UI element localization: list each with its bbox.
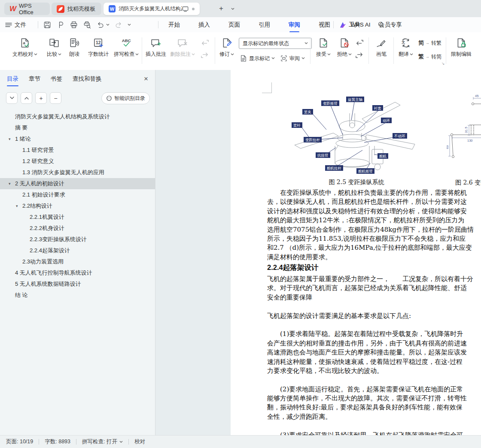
document-text-line: 速消耗这种能量，使振动快速衰减，使着陆过程平稳过度，在这-过程 (267, 357, 481, 366)
tab-list-chevron[interactable] (231, 8, 234, 10)
toc-item[interactable]: 1.3 消防灭火多旋翼无人机的应用 (0, 167, 155, 178)
toc-item[interactable]: 结 论 (0, 290, 155, 301)
toc-item[interactable]: 4 无人机飞行控制导航系统设计 (0, 267, 155, 278)
toc-item-label: 2.2.4起落架设计 (30, 247, 70, 254)
to-traditional-button[interactable]: 简→ 转繁 (418, 39, 441, 47)
accept-button[interactable]: 接受 (314, 37, 333, 58)
toc-item[interactable]: 5 无人机系统数据链路设计 (0, 278, 155, 290)
toc-item[interactable]: 摘 要 (0, 122, 155, 133)
delete-comment-button[interactable]: 删除批注 (168, 37, 197, 58)
toc-item[interactable]: ▾2.2结构设计 (0, 200, 155, 212)
toc-item[interactable]: 1.2 研究意义 (0, 156, 155, 167)
toc-collapse-arrow-icon[interactable]: ▾ (16, 204, 22, 208)
menu-审阅[interactable]: 审阅 (289, 21, 300, 29)
reject-icon (339, 37, 350, 48)
paragraph-block-2[interactable]: 飞机的起落架属于最重要的受力部件之一， 工况复杂，所以有着十分求。对于现代的飞机… (267, 275, 481, 436)
brush-button[interactable]: 画笔 (372, 37, 391, 58)
word-count-button[interactable]: 12 字数统计 (85, 37, 112, 58)
tab-docer[interactable]: 找稻壳模板 (52, 3, 101, 15)
document-text-line: 力要求变化平稳，不出现比较大的波动。 (267, 366, 481, 375)
toc-item[interactable]: 1.1 研究背景 (0, 145, 155, 156)
figure-part-label: 变距摇臂 (321, 100, 339, 106)
menu-引用[interactable]: 引用 (259, 21, 270, 29)
document-text-line: 设计的选材和强度以及失稳特性进行有效合理的分析，使得结构能够安 (267, 207, 481, 216)
menu-视图[interactable]: 视图 (319, 21, 330, 29)
page-indicator[interactable]: 页面: 10/19 (6, 438, 33, 445)
markup-state-select[interactable]: 显示标记的最终状态 (239, 38, 312, 49)
doc-permission-button[interactable]: 文 (476, 37, 481, 58)
toc-collapse-up-button[interactable] (21, 92, 32, 104)
toc-zoom-in-button[interactable]: + (35, 92, 47, 104)
toc-item[interactable]: 2.2.4起落架设计 (0, 245, 155, 256)
undo-icon (96, 21, 105, 29)
previous-comment-icon[interactable] (200, 39, 210, 47)
document-text-line: 会产生很大的相对垂直的撞击作用，另外，由于飞机具有很高的前进速 (267, 339, 481, 348)
print-icon[interactable] (70, 21, 78, 29)
track-changes-button[interactable]: 修订 (217, 37, 236, 58)
toc-item[interactable]: 2.3动力装置选用 (0, 256, 155, 267)
markup-state-value: 显示标记的最终状态 (243, 40, 289, 47)
toc-item[interactable]: 消防灭火多旋翼无人机结构及系统设计 (0, 111, 155, 122)
smart-toc-label: 智能识别目录 (114, 95, 145, 102)
tab-wps-home[interactable]: W WPS Office (4, 3, 50, 15)
wps-ai-button[interactable]: WPS AI (350, 21, 371, 28)
toc-item[interactable]: ▾1 绪论 (0, 133, 155, 145)
toc-item[interactable]: 2.1 初始设计要求 (0, 189, 155, 200)
menu-页面[interactable]: 页面 (228, 21, 240, 29)
spell-check-status[interactable]: 拼写检查: 打开 (82, 438, 123, 445)
undo-button[interactable] (96, 21, 110, 29)
figure-part-label: 舵机摇臂 (356, 168, 374, 174)
toc-item[interactable]: 2.2.1机翼设计 (0, 212, 155, 223)
document-text-line: 求。对于现代的飞机而言，起落架已经成为关系着飞机起降性能、舒适 (267, 284, 481, 293)
divider (333, 21, 334, 28)
file-menu[interactable]: 文件 (5, 17, 26, 32)
review-panel-button[interactable]: 审阅 (280, 54, 305, 62)
new-tab-button[interactable]: + (219, 4, 223, 13)
sidebar-tab-书签[interactable]: 书签 (51, 75, 62, 83)
word-count-indicator[interactable]: 字数: 8893 (45, 438, 70, 445)
paragraph-block-1[interactable]: 在变距操纵系统中，舵机拉杆负责最主要的传力作用，需要将舵机去，以便操纵无人机，而… (267, 188, 481, 262)
tab-document[interactable]: W 消防灭火多旋翼无人机结构及 (104, 3, 200, 15)
group-expand-icon[interactable]: ↘ (441, 61, 445, 66)
toc-collapse-arrow-icon[interactable]: ▾ (9, 182, 15, 186)
smart-toc-button[interactable]: 智能识别目录 (101, 92, 150, 104)
reject-button[interactable]: 拒绝 (335, 37, 354, 58)
toc-expand-down-button[interactable] (6, 92, 18, 104)
insert-comment-button[interactable]: 插入批注 (144, 37, 168, 58)
print-preview-icon[interactable] (83, 21, 91, 29)
compare-button[interactable]: 比较 (43, 37, 65, 58)
doc-proof-button[interactable]: a 文档校对 (8, 37, 42, 58)
restrict-edit-button[interactable]: 限制编辑 (448, 37, 474, 58)
translate-button[interactable]: 文 A 翻译 (396, 37, 416, 58)
writer-doc-icon: W (109, 5, 116, 12)
proofread-button[interactable]: 校对 (134, 438, 145, 445)
menu-开始[interactable]: 开始 (168, 21, 180, 29)
sidebar-tab-查找和替换[interactable]: 查找和替换 (73, 75, 102, 83)
spell-check-button[interactable]: ABC 拼写检查 (113, 37, 140, 58)
toc-item[interactable]: 2.2.2机身设计 (0, 223, 155, 234)
sidebar-tab-目录[interactable]: 目录 (7, 75, 18, 83)
toc-collapse-arrow-icon[interactable]: ▾ (9, 137, 15, 141)
toc-zoom-out-button[interactable]: − (50, 92, 61, 104)
redo-icon[interactable] (114, 21, 123, 29)
show-markup-button[interactable]: 显示标记 (240, 54, 275, 62)
document-text-line: 所示，失稳因子为11.853,说明拉杆在极限压力下不会失稳，应力和应 (267, 234, 481, 243)
menu-插入[interactable]: 插入 (198, 21, 210, 29)
next-change-icon[interactable] (355, 51, 364, 59)
share-screen-icon[interactable] (182, 6, 189, 12)
toc-item[interactable]: 2.2.3变距操纵系统设计 (0, 234, 155, 245)
sidebar-close-icon[interactable]: × (144, 75, 148, 83)
save-icon[interactable] (43, 21, 52, 29)
document-page[interactable]: 变距摇臂旋翼主轴衬套桨夹动环桨叶不动环变距拉杆抗扭臂舵机舵机拉杆舵机摇臂 图 2… (231, 70, 481, 436)
read-aloud-button[interactable]: 朗读 (64, 37, 84, 58)
to-simplified-button[interactable]: 繁→ 转简 (418, 53, 441, 61)
toc-item-label: 2.2.1机翼设计 (30, 213, 64, 221)
sidebar-tab-章节[interactable]: 章节 (29, 75, 40, 83)
document-text-line (267, 302, 481, 311)
search-icon[interactable] (377, 21, 385, 28)
toc-item[interactable]: ▾2 无人机的初始设计 (0, 178, 155, 189)
toolbar-more-chevron[interactable] (128, 24, 131, 26)
previous-change-icon[interactable] (355, 39, 364, 47)
next-comment-icon[interactable] (200, 51, 210, 59)
export-pdf-icon[interactable] (56, 21, 65, 29)
